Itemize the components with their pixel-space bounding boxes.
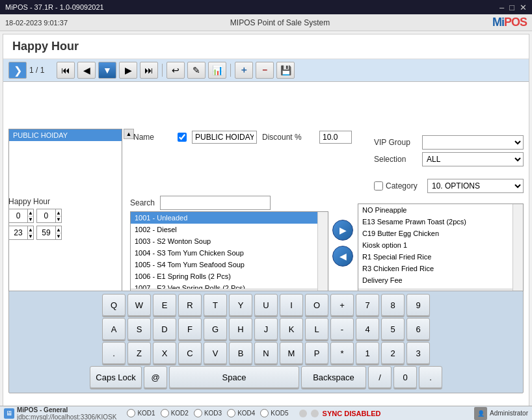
key-6[interactable]: 6 xyxy=(406,318,430,340)
key-s[interactable]: S xyxy=(127,318,151,340)
chart-btn[interactable]: 📊 xyxy=(208,62,226,79)
product-list-vscrollbar[interactable] xyxy=(317,212,328,299)
product-item[interactable]: 1002 - Diesel xyxy=(131,224,328,235)
nav-last-btn[interactable]: ⏭ xyxy=(140,62,158,79)
window-controls[interactable]: – □ ✕ xyxy=(499,3,527,12)
key-3[interactable]: 3 xyxy=(406,342,430,364)
close-btn[interactable]: ✕ xyxy=(520,3,527,12)
right-list-item[interactable]: NO Pineapple xyxy=(358,204,523,216)
product-item[interactable]: 1004 - S3 Tom Yum Chicken Soup xyxy=(131,247,328,259)
to-mins-input[interactable] xyxy=(37,227,55,239)
key-9[interactable]: 9 xyxy=(406,294,430,316)
caps-lock-key[interactable]: Caps Lock xyxy=(90,366,142,388)
remove-from-right-btn[interactable]: ◀ xyxy=(332,246,353,267)
product-list[interactable]: 1001 - Unleaded 1002 - Diesel 1003 - S2 … xyxy=(131,212,328,289)
key-u[interactable]: U xyxy=(254,294,278,316)
radio-kod5[interactable]: KOD5 xyxy=(260,409,288,417)
key-w[interactable]: W xyxy=(127,294,151,316)
key-plus[interactable]: + xyxy=(330,294,354,316)
key-4[interactable]: 4 xyxy=(356,318,379,340)
radio-kod1[interactable]: KOD1 xyxy=(127,409,155,417)
add-to-right-btn[interactable]: ▶ xyxy=(332,220,353,241)
nav-next-btn[interactable]: ▶ xyxy=(119,62,137,79)
space-key[interactable]: Space xyxy=(169,366,299,388)
right-list-item[interactable]: Kiosk option 1 xyxy=(358,239,523,251)
key-v[interactable]: V xyxy=(204,342,227,364)
product-item[interactable]: 1001 - Unleaded xyxy=(131,212,328,224)
discount-input[interactable] xyxy=(319,131,352,144)
key-z[interactable]: Z xyxy=(127,342,151,364)
from-mins-spinbox[interactable]: ▲ ▼ xyxy=(36,209,62,223)
key-5[interactable]: 5 xyxy=(381,318,405,340)
to-mins-up[interactable]: ▲ xyxy=(56,226,61,233)
selection-select[interactable]: ALL SELECTED xyxy=(422,152,524,166)
sidebar-toggle-btn[interactable]: ❯ xyxy=(8,62,27,79)
minimize-btn[interactable]: – xyxy=(499,3,504,12)
category-select[interactable]: 10. OPTIONS 1. FOOD 2. DRINKS xyxy=(427,179,524,193)
edit-btn[interactable]: ✎ xyxy=(187,62,206,79)
nav-down-btn[interactable]: ▼ xyxy=(98,62,116,79)
key-a[interactable]: A xyxy=(102,318,126,340)
key-q[interactable]: Q xyxy=(102,294,126,316)
key-2[interactable]: 2 xyxy=(381,342,405,364)
key-dot[interactable]: . xyxy=(102,342,126,364)
key-p[interactable]: P xyxy=(305,342,328,364)
to-hours-spinbox[interactable]: ▲ ▼ xyxy=(8,226,34,240)
key-t[interactable]: T xyxy=(204,294,227,316)
key-0[interactable]: 0 xyxy=(393,366,417,388)
radio-kod2[interactable]: KOD2 xyxy=(161,409,189,417)
from-hours-up[interactable]: ▲ xyxy=(28,209,33,216)
right-list-item[interactable]: R1 Special Fried Rice xyxy=(358,251,523,263)
from-hours-spinbox[interactable]: ▲ ▼ xyxy=(8,209,34,223)
from-mins-down[interactable]: ▼ xyxy=(56,216,61,222)
list-item[interactable]: PUBLIC HOIDAY xyxy=(9,129,122,141)
key-j[interactable]: J xyxy=(254,318,278,340)
to-hours-up[interactable]: ▲ xyxy=(28,226,33,233)
nav-prev-btn[interactable]: ◀ xyxy=(77,62,96,79)
key-b[interactable]: B xyxy=(229,342,252,364)
key-h[interactable]: H xyxy=(229,318,252,340)
right-list-vscrollbar[interactable] xyxy=(512,204,523,299)
from-mins-input[interactable] xyxy=(37,210,55,222)
search-input[interactable] xyxy=(160,196,271,210)
key-r[interactable]: R xyxy=(178,294,202,316)
key-i[interactable]: I xyxy=(280,294,303,316)
key-7[interactable]: 7 xyxy=(356,294,379,316)
add-btn[interactable]: ＋ xyxy=(235,62,253,79)
key-y[interactable]: Y xyxy=(229,294,252,316)
vip-group-select[interactable] xyxy=(422,135,524,150)
from-mins-up[interactable]: ▲ xyxy=(56,209,61,216)
right-list-item[interactable]: C19 Butter Egg Chicken xyxy=(358,228,523,239)
key-period[interactable]: . xyxy=(419,366,442,388)
to-hours-input[interactable] xyxy=(9,227,27,239)
name-checkbox[interactable] xyxy=(178,133,187,142)
remove-btn[interactable]: － xyxy=(256,62,274,79)
key-l[interactable]: L xyxy=(305,318,328,340)
key-slash[interactable]: / xyxy=(368,366,392,388)
list-scroll-up[interactable]: ▲ xyxy=(124,129,134,139)
backspace-key[interactable]: Backspace xyxy=(301,366,366,388)
from-hours-down[interactable]: ▼ xyxy=(28,216,33,222)
product-item[interactable]: 1005 - S4 Tom Yum Seafood Soup xyxy=(131,259,328,270)
product-item[interactable]: 1007 - E2 Veg Spring Rolls (2 Pcs) xyxy=(131,282,328,289)
product-item[interactable]: 1003 - S2 Wonton Soup xyxy=(131,235,328,247)
nav-first-btn[interactable]: ⏮ xyxy=(57,62,75,79)
key-minus[interactable]: - xyxy=(330,318,354,340)
key-g[interactable]: G xyxy=(204,318,227,340)
radio-kod4[interactable]: KOD4 xyxy=(227,409,255,417)
radio-kod3[interactable]: KOD3 xyxy=(194,409,222,417)
key-1[interactable]: 1 xyxy=(356,342,379,364)
key-e[interactable]: E xyxy=(153,294,176,316)
right-list-item[interactable]: R3 Chicken Fried Rice xyxy=(358,263,523,274)
key-d[interactable]: D xyxy=(153,318,176,340)
key-o[interactable]: O xyxy=(305,294,328,316)
refresh-btn[interactable]: ↩ xyxy=(166,62,185,79)
to-hours-down[interactable]: ▼ xyxy=(28,233,33,239)
key-8[interactable]: 8 xyxy=(381,294,405,316)
right-list[interactable]: NO Pineapple E13 Sesame Prawn Toast (2pc… xyxy=(358,204,523,289)
to-mins-down[interactable]: ▼ xyxy=(56,233,61,239)
from-hours-input[interactable] xyxy=(9,210,27,222)
to-mins-spinbox[interactable]: ▲ ▼ xyxy=(36,226,62,240)
key-c[interactable]: C xyxy=(178,342,202,364)
save-btn[interactable]: 💾 xyxy=(276,62,295,79)
